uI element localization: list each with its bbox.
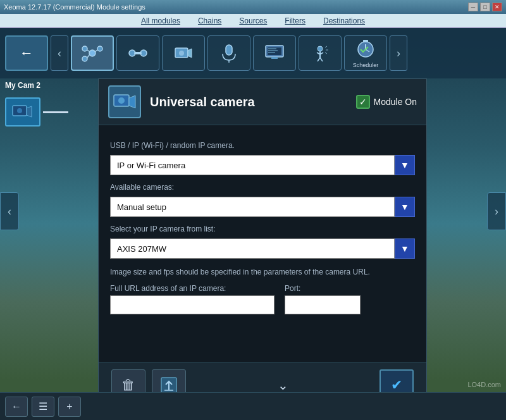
svg-point-3 <box>82 56 87 61</box>
svg-marker-11 <box>188 49 192 58</box>
ipcam-dropdown-row: AXIS 207MW ▼ <box>110 238 415 259</box>
left-panel: My Cam 2 <box>0 78 98 395</box>
svg-line-5 <box>95 50 97 52</box>
maximize-button[interactable]: □ <box>480 3 490 11</box>
toolbar-screen-button[interactable] <box>253 35 296 71</box>
menu-destinations[interactable]: Destinations <box>321 15 367 27</box>
chevron-down-icon: ⌄ <box>278 378 288 393</box>
nav-right-button[interactable]: › <box>390 35 407 71</box>
menu-chains[interactable]: Chains <box>195 15 224 27</box>
mic-icon <box>218 42 240 64</box>
side-arrow-left[interactable]: ‹ <box>0 192 19 230</box>
url-label: Full URL address of an IP camera: <box>110 284 275 293</box>
svg-line-26 <box>320 58 323 61</box>
info-text: Image size and fps should be specified i… <box>110 266 415 278</box>
svg-point-36 <box>17 108 22 113</box>
toolbar-motion-button[interactable] <box>299 35 342 71</box>
bottom-back-icon: ← <box>11 401 22 412</box>
menu-sources[interactable]: Sources <box>237 15 269 27</box>
svg-rect-33 <box>363 40 368 42</box>
available-cameras-label: Available cameras: <box>110 183 415 192</box>
cam-connector <box>43 111 68 113</box>
toolbar-scheduler-button[interactable]: Scheduler <box>344 35 387 71</box>
minimize-button[interactable]: ─ <box>468 3 478 11</box>
menu-all-modules[interactable]: All modules <box>139 15 183 27</box>
svg-rect-13 <box>226 45 232 55</box>
available-cameras-dropdown-arrow[interactable]: ▼ <box>395 197 415 217</box>
ipcam-list-label: Select your IP camera from list: <box>110 225 415 233</box>
toolbar-network-button[interactable] <box>71 35 114 71</box>
bottom-back-button[interactable]: ← <box>5 397 28 417</box>
camera-type-dropdown[interactable]: IP or Wi-Fi camera <box>110 155 395 175</box>
svg-line-29 <box>325 52 327 54</box>
right-arrow-icon: › <box>495 205 498 218</box>
title-bar: Xeoma 12.7.17 (Commercial) Module settin… <box>0 0 506 14</box>
cam-box-icon <box>11 103 34 121</box>
screen-icon <box>264 42 285 64</box>
toolbar-chain-button[interactable] <box>116 35 159 71</box>
nav-left-icon: ‹ <box>58 47 61 60</box>
left-arrow-icon: ‹ <box>8 205 11 218</box>
toolbar-mic-button[interactable] <box>207 35 250 71</box>
bottom-bar: ← ☰ + <box>0 392 506 420</box>
delete-icon: 🗑 <box>121 377 135 393</box>
title-bar-text: Xeoma 12.7.17 (Commercial) Module settin… <box>4 3 145 11</box>
chain-icon <box>127 42 149 64</box>
url-port-row: Full URL address of an IP camera: Port: <box>110 284 415 314</box>
camera-type-value: IP or Wi-Fi camera <box>117 161 185 170</box>
camera-box[interactable] <box>5 97 40 127</box>
universal-camera-icon <box>113 92 137 111</box>
title-bar-controls: ─ □ ✕ <box>468 3 502 11</box>
svg-rect-17 <box>271 57 278 59</box>
upload-icon <box>159 376 178 395</box>
background-area: ← ‹ <box>0 28 506 420</box>
camera-label: My Cam 2 <box>0 78 98 92</box>
bottom-list-icon: ☰ <box>39 400 47 412</box>
modal-content: USB / IP (Wi-Fi) / random IP camera. IP … <box>99 125 426 362</box>
modal-title: Universal camera <box>150 95 347 109</box>
close-button[interactable]: ✕ <box>492 3 502 11</box>
back-icon: ← <box>20 45 34 61</box>
network-icon <box>82 42 103 64</box>
bottom-list-button[interactable]: ☰ <box>32 397 54 417</box>
svg-point-2 <box>97 46 102 51</box>
modal-header: Universal camera ✓ Module On <box>99 79 426 125</box>
ipcam-dropdown[interactable]: AXIS 207MW <box>110 238 395 259</box>
available-cameras-dropdown[interactable]: Manual setup <box>110 197 395 217</box>
camera-type-dropdown-row: IP or Wi-Fi camera ▼ <box>110 155 415 175</box>
toolbar: ← ‹ <box>0 28 506 78</box>
svg-point-12 <box>179 51 184 56</box>
bottom-add-button[interactable]: + <box>58 397 81 417</box>
module-settings-modal: Universal camera ✓ Module On USB / IP (W… <box>98 78 427 407</box>
motion-icon <box>309 42 331 64</box>
svg-line-4 <box>87 50 90 52</box>
camera-icon <box>173 42 194 64</box>
port-input-group: Port: <box>285 284 361 314</box>
ok-icon: ✔ <box>391 377 402 393</box>
url-input-group: Full URL address of an IP camera: <box>110 284 275 314</box>
svg-point-21 <box>318 46 323 51</box>
module-on-checkbox[interactable]: ✓ <box>356 95 370 109</box>
available-cameras-dropdown-row: Manual setup ▼ <box>110 197 415 217</box>
camera-type-dropdown-arrow[interactable]: ▼ <box>395 155 415 175</box>
nav-left-button[interactable]: ‹ <box>51 35 68 71</box>
url-input[interactable] <box>110 295 275 314</box>
svg-line-25 <box>318 58 320 61</box>
available-cameras-value: Manual setup <box>117 202 166 212</box>
toolbar-camera-button[interactable] <box>162 35 205 71</box>
port-label: Port: <box>285 284 361 293</box>
module-on-label: Module On <box>374 97 417 107</box>
bottom-add-icon: + <box>66 401 72 412</box>
menu-bar: All modules Chains Sources Filters Desti… <box>0 14 506 28</box>
svg-point-39 <box>118 97 125 104</box>
svg-point-1 <box>82 46 87 51</box>
port-input[interactable] <box>285 295 361 314</box>
module-on-toggle[interactable]: ✓ Module On <box>356 95 417 109</box>
side-arrow-right[interactable]: › <box>487 192 506 230</box>
back-button[interactable]: ← <box>5 35 48 71</box>
ipcam-value: AXIS 207MW <box>117 244 166 254</box>
scheduler-icon <box>355 38 376 59</box>
menu-filters[interactable]: Filters <box>282 15 308 27</box>
ipcam-dropdown-arrow[interactable]: ▼ <box>395 238 415 259</box>
nav-right-icon: › <box>397 47 400 60</box>
